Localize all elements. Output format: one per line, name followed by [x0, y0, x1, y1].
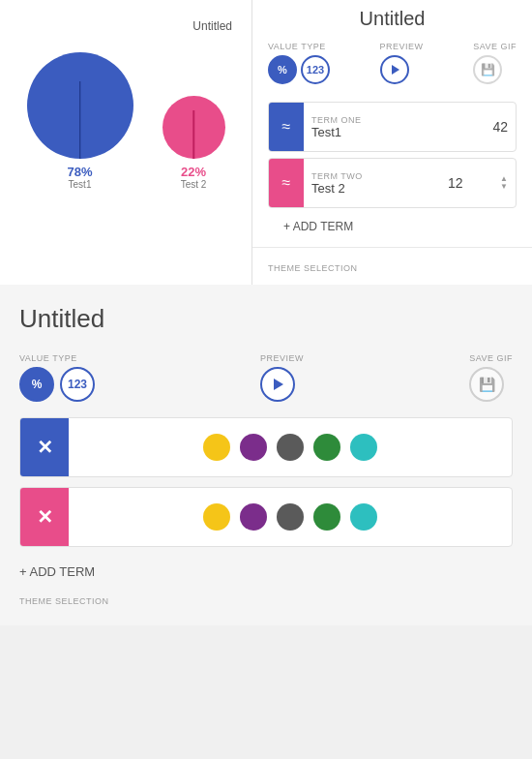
term2-needle — [192, 110, 194, 159]
chart-area: Untitled 78% Test1 22% — [0, 0, 251, 285]
preview-label: PREVIEW — [380, 42, 424, 51]
bottom-value-type-label: VALUE TYPE — [19, 353, 95, 363]
value-type-group: VALUE TYPE % 123 — [268, 42, 330, 84]
term1-card: ≈ TERM ONE Test1 42 — [268, 102, 517, 152]
term2-spinner[interactable]: ▲ ▼ — [500, 175, 508, 191]
preview-play-button[interactable] — [380, 55, 409, 84]
bottom-pct-button[interactable]: % — [19, 367, 54, 402]
bottom-value-type-btn-group: % 123 — [19, 367, 95, 402]
save-gif-button[interactable]: 💾 — [473, 55, 502, 84]
add-term-button[interactable]: + ADD TERM — [268, 214, 517, 239]
bottom-save-gif-button[interactable]: 💾 — [469, 367, 504, 402]
color-dot-gray-2[interactable] — [277, 503, 304, 531]
bottom-color-dots-2 — [69, 494, 512, 540]
term2-info: TERM TWO Test 2 — [304, 166, 440, 201]
bottom-blue-x[interactable]: ✕ — [37, 436, 53, 459]
spinner-down-icon[interactable]: ▼ — [500, 183, 508, 191]
bottom-save-gif-label: SAVE GIF — [469, 353, 513, 363]
term2-circle-container — [163, 96, 225, 159]
chart-tab-label: Untitled — [192, 19, 242, 33]
term2-label: 22% Test 2 — [181, 165, 207, 190]
theme-selection-label: THEME SELECTION — [268, 263, 358, 273]
value-type-btn-group: % 123 — [268, 55, 330, 84]
panel-title: Untitled — [252, 0, 532, 42]
term1-color-bar: ≈ — [269, 103, 304, 151]
circles-row: 78% Test1 22% Test 2 — [27, 43, 225, 195]
term1-pct: 78% — [67, 165, 92, 179]
term1-circle-item: 78% Test1 — [27, 52, 133, 190]
color-dot-green-2[interactable] — [313, 503, 340, 531]
color-dot-purple-2[interactable] — [240, 503, 267, 531]
top-section: Untitled 78% Test1 22% — [0, 0, 532, 285]
right-panel: Untitled VALUE TYPE % 123 PREVIEW SAVE G… — [251, 0, 532, 285]
theme-section-header: THEME SELECTION — [252, 247, 532, 285]
bottom-num-button[interactable]: 123 — [60, 367, 95, 402]
bottom-preview-group: PREVIEW — [260, 353, 304, 402]
color-dot-teal-1[interactable] — [350, 434, 377, 461]
color-dot-gray-1[interactable] — [277, 434, 304, 461]
term1-bar-icon: ≈ — [282, 118, 291, 136]
term2-color-bar: ≈ — [269, 159, 304, 207]
bottom-theme-selection-label: THEME SELECTION — [19, 596, 513, 606]
terms-section: ≈ TERM ONE Test1 42 ≈ TERM TWO Test 2 — [252, 94, 532, 247]
term2-circle-item: 22% Test 2 — [163, 96, 225, 190]
term1-value: 42 — [485, 119, 516, 135]
term1-card-name: Test1 — [311, 125, 477, 139]
play-icon — [392, 65, 399, 75]
bottom-controls-row: VALUE TYPE % 123 PREVIEW SAVE GIF 💾 — [19, 353, 513, 402]
bottom-title: Untitled — [19, 304, 513, 334]
value-type-label: VALUE TYPE — [268, 42, 330, 51]
bottom-color-dots-1 — [69, 424, 512, 471]
color-dot-yellow-2[interactable] — [203, 503, 230, 531]
save-gif-label: SAVE GIF — [473, 42, 517, 51]
term1-label: 78% Test1 — [67, 165, 92, 190]
color-dot-green-1[interactable] — [313, 434, 340, 461]
bottom-save-icon: 💾 — [479, 377, 495, 392]
term1-name: Test1 — [67, 179, 92, 190]
term1-card-label: TERM ONE — [311, 115, 477, 125]
bottom-theme-card-1: ✕ — [19, 417, 513, 477]
bottom-pink-x[interactable]: ✕ — [37, 505, 53, 529]
term2-name: Test 2 — [181, 179, 207, 190]
term2-value[interactable]: ▲ ▼ — [440, 175, 516, 191]
bottom-theme-card-2: ✕ — [19, 487, 513, 547]
term1-circle-container — [27, 52, 133, 159]
save-gif-group: SAVE GIF 💾 — [473, 42, 517, 84]
bottom-add-term-button[interactable]: + ADD TERM — [19, 557, 513, 587]
bottom-value-type-group: VALUE TYPE % 123 — [19, 353, 95, 402]
pct-button[interactable]: % — [268, 55, 297, 84]
bottom-preview-play-button[interactable] — [260, 367, 295, 402]
bottom-play-icon — [274, 379, 283, 390]
bottom-preview-label: PREVIEW — [260, 353, 304, 363]
term2-value-input[interactable] — [448, 175, 496, 191]
term2-card: ≈ TERM TWO Test 2 ▲ ▼ — [268, 158, 517, 208]
term1-info: TERM ONE Test1 — [304, 109, 485, 145]
term1-value-num: 42 — [492, 119, 508, 135]
term2-bar-icon: ≈ — [282, 174, 291, 192]
bottom-section: Untitled VALUE TYPE % 123 PREVIEW SAVE G… — [0, 285, 532, 625]
term2-card-label: TERM TWO — [311, 171, 432, 181]
preview-group: PREVIEW — [380, 42, 424, 84]
bottom-save-gif-group: SAVE GIF 💾 — [469, 353, 513, 402]
controls-row: VALUE TYPE % 123 PREVIEW SAVE GIF 💾 — [252, 42, 532, 94]
term1-needle — [79, 81, 81, 159]
term2-card-name: Test 2 — [311, 181, 432, 196]
bottom-blue-tab[interactable]: ✕ — [20, 418, 69, 476]
term2-pct: 22% — [181, 165, 207, 179]
color-dot-yellow-1[interactable] — [203, 434, 230, 461]
color-dot-teal-2[interactable] — [350, 503, 377, 531]
bottom-pink-tab[interactable]: ✕ — [20, 488, 69, 546]
color-dot-purple-1[interactable] — [240, 434, 267, 461]
num-button[interactable]: 123 — [301, 55, 330, 84]
save-icon: 💾 — [481, 63, 495, 76]
